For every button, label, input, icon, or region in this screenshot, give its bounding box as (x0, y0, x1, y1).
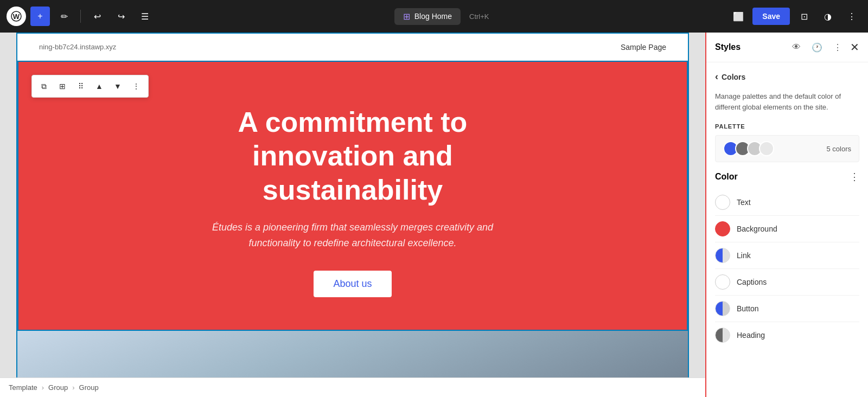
blog-home-button[interactable]: ⊞ Blog Home (394, 8, 461, 25)
panel-title: Styles (715, 42, 784, 52)
colors-description: Manage palettes and the default color of… (715, 91, 859, 112)
breadcrumb-group-2[interactable]: Group (79, 383, 99, 392)
color-item-button[interactable]: Button (715, 296, 859, 322)
palette-count: 5 colors (826, 145, 851, 153)
heading-color-label: Heading (737, 331, 765, 340)
contrast-button[interactable]: ◑ (818, 7, 838, 26)
more-options-button[interactable]: ⋮ (842, 7, 861, 26)
panel-header: Styles 👁 🕐 ⋮ ✕ (706, 33, 868, 62)
palette-swatches (723, 141, 771, 156)
styles-history-button[interactable]: 🕐 (809, 39, 825, 55)
redo-button[interactable]: ↪ (111, 7, 131, 26)
color-section-header: Color ⋮ (715, 171, 859, 183)
link-color-label: Link (737, 251, 751, 260)
panel-close-button[interactable]: ✕ (850, 41, 859, 54)
button-color-label: Button (737, 304, 758, 313)
sample-page-link[interactable]: Sample Page (621, 43, 666, 52)
toolbar-center: ⊞ Blog Home Ctrl+K (159, 8, 724, 25)
color-section-more-button[interactable]: ⋮ (850, 171, 859, 183)
template-icon: ⊞ (403, 11, 410, 22)
hero-section: A commitment to innovation and sustainab… (17, 61, 688, 331)
panel-header-icons: 👁 🕐 ⋮ ✕ (788, 39, 859, 55)
breadcrumb-bar: Template › Group › Group (0, 377, 705, 397)
svg-text:W: W (13, 12, 20, 21)
block-more-button[interactable]: ⋮ (127, 78, 145, 95)
captions-color-label: Captions (737, 278, 767, 286)
color-item-link[interactable]: Link (715, 242, 859, 269)
view-button[interactable]: ⬜ (729, 7, 748, 26)
canvas-header: ning-bb7c24.instawp.xyz Sample Page (17, 34, 688, 61)
block-move-up-button[interactable]: ▲ (91, 78, 108, 95)
undo-button[interactable]: ↩ (87, 7, 107, 26)
styles-more-button[interactable]: ⋮ (829, 39, 846, 55)
canvas-wrapper: ⧉ ⊞ ⠿ ▲ ▼ ⋮ ning-bb7c24.instawp.xyz Samp… (0, 33, 705, 397)
hero-cta-button[interactable]: About us (314, 271, 391, 297)
wp-logo[interactable]: W (7, 7, 26, 26)
colors-back-button[interactable]: ‹ Colors (715, 71, 745, 82)
block-duplicate-button[interactable]: ⊞ (54, 78, 71, 95)
nav-links: Sample Page (621, 43, 666, 52)
split-view-button[interactable]: ⊡ (794, 7, 814, 26)
heading-color-swatch (715, 328, 730, 343)
breadcrumb-sep-2: › (72, 383, 74, 392)
background-color-swatch (715, 221, 730, 236)
separator (80, 10, 81, 23)
block-toolbar: ⧉ ⊞ ⠿ ▲ ▼ ⋮ (31, 75, 149, 98)
block-copy-button[interactable]: ⧉ (35, 78, 53, 95)
text-color-label: Text (737, 198, 751, 207)
add-block-button[interactable]: + (30, 7, 50, 26)
color-item-heading[interactable]: Heading (715, 322, 859, 348)
save-button[interactable]: Save (752, 8, 790, 25)
color-item-captions[interactable]: Captions (715, 269, 859, 296)
image-preview (17, 331, 688, 377)
preview-image (17, 331, 688, 377)
right-panel: Styles 👁 🕐 ⋮ ✕ ‹ Colors Manage palettes … (705, 33, 868, 397)
button-color-swatch (715, 301, 730, 316)
hero-title: A commitment to innovation and sustainab… (163, 105, 542, 207)
edit-tool-button[interactable]: ✏ (54, 7, 74, 26)
toolbar-right: ⬜ Save ⊡ ◑ ⋮ (729, 7, 861, 26)
breadcrumb-sep-1: › (42, 383, 44, 392)
swatch-4 (759, 141, 774, 156)
hero-subtitle: Études is a pioneering firm that seamles… (190, 220, 515, 251)
link-color-swatch (715, 248, 730, 263)
block-move-down-button[interactable]: ▼ (109, 78, 126, 95)
styles-preview-button[interactable]: 👁 (788, 39, 805, 55)
palette-row[interactable]: 5 colors (715, 135, 859, 162)
background-color-label: Background (737, 225, 777, 233)
top-toolbar: W + ✏ ↩ ↪ ☰ ⊞ Blog Home Ctrl+K ⬜ Save ⊡ … (0, 0, 868, 33)
blog-home-label: Blog Home (414, 12, 452, 21)
breadcrumb-group-1[interactable]: Group (48, 383, 68, 392)
color-section-title: Color (715, 172, 738, 182)
list-view-button[interactable]: ☰ (135, 7, 155, 26)
color-section: Color ⋮ Text Background Link (715, 171, 859, 348)
keyboard-shortcut: Ctrl+K (469, 12, 489, 21)
colors-panel: ‹ Colors Manage palettes and the default… (706, 62, 868, 357)
site-url: ning-bb7c24.instawp.xyz (39, 43, 116, 51)
block-drag-handle[interactable]: ⠿ (72, 78, 90, 95)
text-color-swatch (715, 195, 730, 210)
colors-section-title: Colors (722, 73, 745, 81)
captions-color-swatch (715, 274, 730, 290)
breadcrumb-template[interactable]: Template (9, 383, 37, 392)
color-item-text[interactable]: Text (715, 189, 859, 216)
palette-label: PALETTE (715, 123, 859, 130)
main-area: ⧉ ⊞ ⠿ ▲ ▼ ⋮ ning-bb7c24.instawp.xyz Samp… (0, 33, 868, 397)
back-arrow-icon: ‹ (715, 71, 718, 82)
color-item-background[interactable]: Background (715, 216, 859, 242)
